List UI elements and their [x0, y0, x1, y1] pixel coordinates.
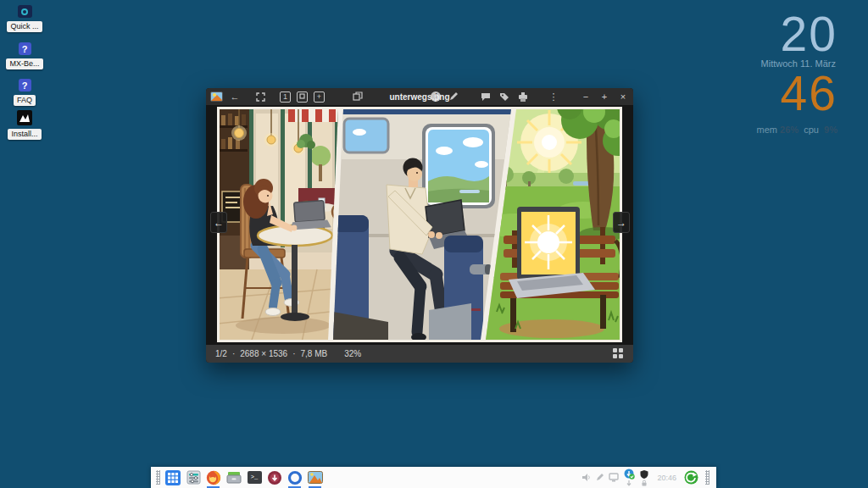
- zoom-level: 32%: [344, 349, 361, 358]
- zoom-original-button[interactable]: 1: [280, 92, 291, 103]
- minimize-button[interactable]: −: [580, 90, 592, 103]
- zoom-fit-button[interactable]: [297, 92, 308, 103]
- close-button[interactable]: ×: [617, 90, 629, 103]
- thumbnail-grid-button[interactable]: [613, 348, 624, 359]
- previous-image-button[interactable]: ←: [210, 212, 227, 233]
- mem-value: 26%: [780, 125, 798, 135]
- desktop-icon-installer[interactable]: Install...: [0, 110, 49, 140]
- display-icon[interactable]: [609, 473, 619, 482]
- app-icon: [210, 92, 223, 102]
- image-viewer-window: ← 1 + unterwegs.png i: [206, 88, 633, 363]
- image-dimensions: 2688 × 1536: [240, 349, 287, 358]
- titlebar[interactable]: ← 1 + unterwegs.png i: [206, 88, 633, 105]
- system-tray: 20:46: [581, 469, 714, 486]
- installer-icon: [17, 110, 32, 125]
- desktop-icon-mx-manual[interactable]: ? MX-Be...: [0, 42, 49, 69]
- image-viewer-button[interactable]: [305, 467, 326, 488]
- quick-start-icon: [18, 5, 32, 18]
- clock-widget: 20 Mittwoch 11. März 46 mem 26% cpu 9%: [757, 10, 837, 135]
- statusbar: 1/2 · 2688 × 1536 · 7,8 MB 32%: [206, 345, 633, 363]
- taskbar: >_ 20:46: [151, 467, 716, 488]
- image-position: 1/2: [215, 349, 227, 358]
- zoom-in-button[interactable]: +: [314, 92, 325, 103]
- panel-drag-handle[interactable]: [156, 470, 160, 485]
- cpu-value: 9%: [824, 125, 837, 135]
- comment-button[interactable]: [480, 90, 492, 103]
- menu-button[interactable]: ⋮: [548, 90, 559, 103]
- separator: ·: [232, 349, 235, 358]
- package-installer-button[interactable]: [264, 467, 285, 488]
- system-stats: mem 26% cpu 9%: [757, 125, 837, 135]
- tray-clock[interactable]: 20:46: [657, 474, 676, 482]
- maximize-button[interactable]: +: [598, 90, 610, 103]
- back-button[interactable]: ←: [229, 90, 241, 103]
- download-arrow-icon[interactable]: [626, 480, 632, 486]
- file-manager-button[interactable]: [224, 467, 244, 488]
- terminal-button[interactable]: >_: [244, 467, 264, 488]
- terminal-icon: >_: [248, 471, 262, 484]
- print-button[interactable]: [517, 90, 529, 103]
- next-image-button[interactable]: →: [613, 212, 630, 233]
- lock-icon[interactable]: [641, 480, 648, 486]
- desktop-icon-quick-start[interactable]: Quick ...: [0, 5, 49, 32]
- volume-icon[interactable]: [581, 473, 591, 482]
- clock-minute: 46: [757, 69, 837, 117]
- settings-manager-button[interactable]: [183, 467, 203, 488]
- updates-icon[interactable]: [623, 469, 635, 480]
- firewall-icon[interactable]: [639, 469, 649, 480]
- help-icon: ?: [19, 79, 31, 92]
- tag-button[interactable]: [498, 90, 510, 103]
- fullscreen-button[interactable]: [254, 90, 266, 103]
- transform-button[interactable]: [352, 90, 364, 103]
- desktop-icon-faq[interactable]: ? FAQ: [0, 79, 49, 106]
- clock-hour: 20: [757, 10, 837, 58]
- window-title: unterwegs.png: [389, 92, 449, 102]
- panel-drag-handle[interactable]: [705, 470, 709, 485]
- desktop-icon-label: FAQ: [14, 95, 36, 106]
- desktop-icon-label: MX-Be...: [6, 58, 42, 69]
- cpu-label: cpu: [804, 125, 819, 135]
- separator: ·: [292, 349, 295, 358]
- help-icon: ?: [19, 42, 31, 55]
- desktop-icon-label: Quick ...: [7, 21, 42, 32]
- file-size: 7,8 MB: [300, 349, 327, 358]
- browser-o-button[interactable]: [285, 467, 305, 488]
- firefox-button[interactable]: [203, 467, 224, 488]
- desktop-icon-label: Install...: [8, 129, 41, 140]
- image-canvas[interactable]: ← →: [206, 105, 633, 345]
- photo-unterwegs: [217, 107, 622, 342]
- session-icon[interactable]: [684, 470, 698, 485]
- mem-label: mem: [757, 125, 777, 135]
- app-menu-button[interactable]: [163, 467, 183, 488]
- notes-icon[interactable]: [595, 473, 604, 482]
